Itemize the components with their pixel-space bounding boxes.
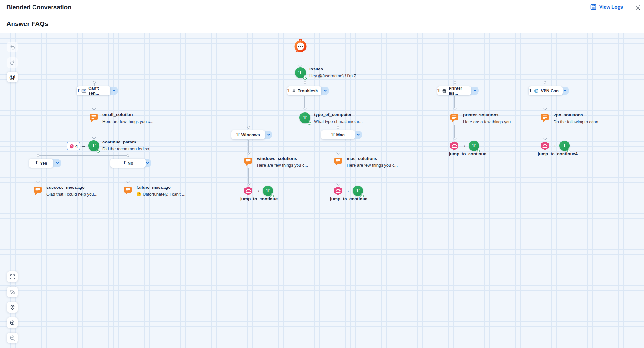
- locate-start-button[interactable]: [7, 302, 18, 313]
- at-icon: @: [9, 73, 16, 81]
- node-email-solution[interactable]: [89, 113, 99, 123]
- close-button[interactable]: [634, 4, 642, 12]
- redo-button[interactable]: [7, 57, 18, 68]
- node-success-message[interactable]: [33, 186, 43, 195]
- branch-chip-label: VPN Con...: [541, 88, 562, 93]
- arrowhead: [336, 151, 340, 154]
- mention-variables-button[interactable]: @: [7, 72, 18, 82]
- branch-chip-yes[interactable]: T Yes: [29, 159, 53, 168]
- jump-node-icon[interactable]: [333, 186, 343, 196]
- branch-chip-no[interactable]: T No: [110, 159, 146, 168]
- text-block-glyph: T: [123, 160, 126, 166]
- node-failure-message[interactable]: [123, 186, 133, 195]
- node-preview: Unfortunately, I can't ...: [137, 192, 185, 197]
- hand-cursor-icon: [566, 148, 571, 152]
- sad-face-icon: [137, 192, 141, 197]
- node-vpn-solutions[interactable]: [540, 113, 550, 123]
- expand-diagonal-icon: [9, 289, 16, 295]
- jump-target-node[interactable]: T: [263, 186, 273, 196]
- printer-icon: [442, 88, 447, 93]
- arrowhead: [336, 182, 340, 185]
- jump-target-node[interactable]: T: [559, 141, 570, 151]
- node-type-of-computer[interactable]: T: [299, 112, 310, 123]
- connector-dot: [247, 126, 250, 129]
- fit-to-screen-button[interactable]: [7, 287, 18, 297]
- window-header: Blended Conversation View Logs: [0, 0, 644, 16]
- connector-line: [454, 96, 455, 108]
- connector-dot: [454, 81, 456, 84]
- connector-dot: [93, 81, 96, 84]
- branch-chip-label: Troublesh...: [298, 88, 321, 93]
- arrow-glyph: →: [255, 188, 260, 193]
- jump-target-node[interactable]: T: [353, 186, 363, 196]
- node-mac-solutions[interactable]: [333, 157, 343, 166]
- connector-line: [94, 96, 94, 108]
- branch-chip-troubleshoot[interactable]: T Troublesh...: [287, 86, 321, 95]
- node-preview: Did the recommended so...: [102, 146, 153, 151]
- branch-chip-cant-send[interactable]: T Can't sen...: [77, 86, 110, 95]
- branch-chip-label: Yes: [40, 161, 47, 166]
- jump-node-icon[interactable]: [450, 141, 459, 151]
- text-block-glyph: T: [266, 188, 270, 194]
- node-label: type_of_computer: [314, 112, 352, 117]
- connector-line: [304, 96, 305, 108]
- chevron-down-icon: [266, 133, 271, 137]
- node-preview: Here are few things you c...: [102, 119, 153, 124]
- branch-chip-mac[interactable]: T Mac: [321, 130, 355, 139]
- branch-chip-vpn[interactable]: T VPN Con...: [529, 86, 563, 95]
- chevron-down-icon: [473, 88, 477, 93]
- node-issues[interactable]: T: [295, 67, 306, 78]
- flow-canvas[interactable]: @ T: [0, 33, 644, 348]
- undo-button[interactable]: [7, 42, 18, 52]
- branch-chip-label: No: [128, 161, 133, 166]
- node-preview: Here are few things you c...: [257, 163, 308, 168]
- jump-target-node[interactable]: T: [469, 141, 479, 151]
- node-label: windows_solutions: [257, 156, 297, 161]
- arrowhead: [126, 180, 130, 183]
- fullscreen-button[interactable]: [7, 271, 18, 282]
- node-label: vpn_solutions: [554, 113, 583, 117]
- branch-chip-label: Can't sen...: [88, 86, 110, 96]
- hand-cursor-icon: [302, 75, 308, 80]
- text-block-glyph: T: [331, 132, 334, 137]
- branch-chip-windows[interactable]: T Windows: [231, 130, 265, 139]
- connector-line: [545, 84, 545, 86]
- arrowhead: [543, 106, 547, 110]
- node-label: mac_solutions: [347, 156, 377, 161]
- node-label: printer_solutions: [463, 113, 498, 117]
- jump-reference-badge[interactable]: 4: [67, 142, 80, 150]
- jump-node-icon[interactable]: [540, 141, 550, 151]
- arrow-glyph: →: [345, 188, 350, 193]
- text-block-glyph: T: [298, 69, 302, 76]
- zoom-in-button[interactable]: [7, 317, 18, 328]
- connector-dot: [304, 81, 306, 84]
- arrowhead: [453, 106, 456, 110]
- view-logs-button[interactable]: View Logs: [590, 4, 623, 10]
- jump-node-label: jump_to_continue...: [330, 197, 371, 201]
- bot-name: Answer FAQs: [6, 20, 48, 28]
- branch-chip-label: Printer Iss...: [449, 86, 471, 96]
- text-block-glyph: T: [472, 143, 476, 149]
- arrowhead: [298, 63, 302, 67]
- text-block-glyph: T: [303, 114, 307, 121]
- globe-icon: [534, 88, 539, 93]
- laptop-icon: [292, 88, 296, 93]
- zoom-out-button[interactable]: [7, 333, 18, 343]
- arrowhead: [92, 135, 96, 139]
- branch-rail: [249, 127, 338, 127]
- fullscreen-icon: [9, 274, 16, 280]
- node-preview: What type of machine ar...: [314, 119, 363, 124]
- node-windows-solutions[interactable]: [243, 157, 253, 166]
- jump-node-icon[interactable]: [243, 186, 253, 196]
- text-block-glyph: T: [563, 143, 566, 149]
- jump-node-label: jump_to_continue...: [240, 197, 281, 201]
- zoom-out-icon: [9, 335, 16, 341]
- node-label: success_message: [46, 185, 85, 190]
- node-continue-param[interactable]: T: [88, 140, 99, 151]
- text-block-glyph: T: [236, 132, 239, 137]
- bot-start-node[interactable]: [293, 38, 308, 54]
- close-icon: [635, 5, 641, 11]
- branch-chip-printer[interactable]: T Printer Iss...: [437, 86, 471, 95]
- branch-rail: [94, 82, 545, 82]
- node-printer-solutions[interactable]: [450, 113, 459, 123]
